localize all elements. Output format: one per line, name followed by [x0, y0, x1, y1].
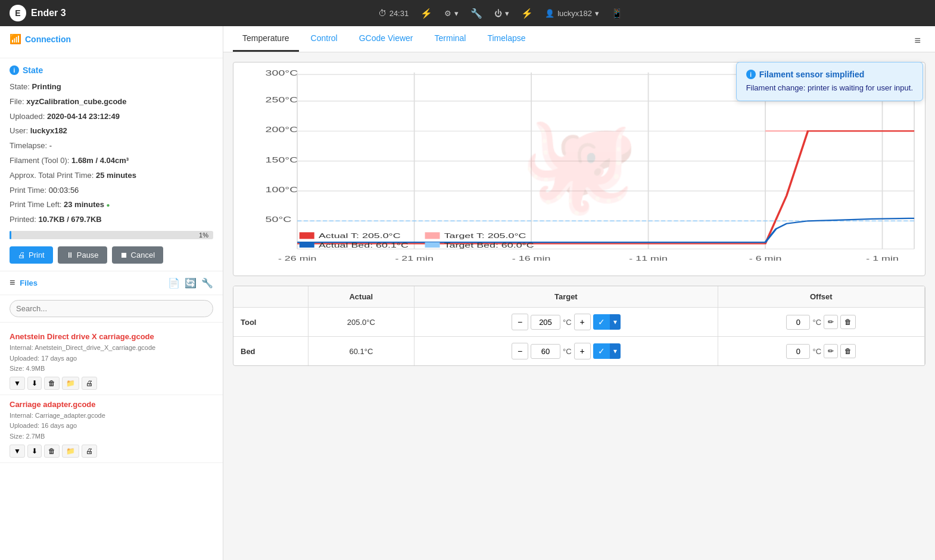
gear-group[interactable]: ⚙ ▾ — [444, 9, 459, 18]
phone-icon[interactable]: 📱 — [611, 8, 623, 19]
print-time-row: Print Time: 00:03:56 — [10, 184, 213, 197]
navbar: E Ender 3 ⏱ 24:31 ⚡ ⚙ ▾ 🔧 ⏻ ▾ ⚡ 👤 luckyx… — [0, 0, 935, 26]
bed-dropdown-button[interactable]: ▾ — [610, 343, 621, 359]
stop-icon: ⏹ — [120, 251, 128, 259]
tool-confirm-button[interactable]: ✓ — [593, 314, 610, 330]
col-header-offset: Offset — [718, 286, 924, 308]
bed-offset-control: °C ✏ 🗑 — [725, 344, 917, 359]
connection-section: 📶 Connection — [0, 26, 223, 58]
bed-offset-edit[interactable]: ✏ — [824, 344, 838, 358]
progress-bar-text: 1% — [199, 231, 208, 239]
tool-row: Tool 205.0°C − °C + ✓ ▾ — [233, 308, 925, 337]
notification-body: Filament change: printer is waiting for … — [746, 83, 913, 93]
file-name[interactable]: Carriage adapter.gcode — [10, 400, 213, 409]
file-download-btn[interactable]: ▼ — [10, 445, 25, 458]
file-name[interactable]: Anetstein Direct drive X carriage.gcode — [10, 332, 213, 341]
tool-offset-control: °C ✏ 🗑 — [725, 315, 917, 330]
tool-temp-input[interactable] — [531, 315, 560, 330]
search-input[interactable] — [10, 300, 213, 317]
svg-text:Actual T: 205.0°C: Actual T: 205.0°C — [319, 233, 401, 240]
col-header-label — [233, 286, 308, 308]
file-print-btn[interactable]: 🖨 — [82, 445, 97, 458]
file-delete-btn[interactable]: 🗑 — [44, 445, 60, 458]
notification-title: i Filament sensor simplified — [746, 70, 913, 79]
settings-button[interactable]: 🔧 — [201, 277, 213, 289]
cancel-button[interactable]: ⏹ Cancel — [112, 246, 163, 264]
print-time-left-row: Print Time Left: 23 minutes ● — [10, 199, 213, 211]
temp-table-container: Actual Target Offset Tool 205.0°C − — [233, 286, 925, 366]
svg-rect-26 — [300, 232, 314, 239]
search-container — [0, 295, 223, 323]
tool-temp-unit: °C — [563, 318, 572, 327]
tool-dropdown-button[interactable]: ▾ — [610, 314, 621, 330]
tool-temp-increase[interactable]: + — [574, 314, 591, 330]
file-folder-btn[interactable]: 📁 — [62, 377, 79, 390]
tab-gcode-viewer[interactable]: GCode Viewer — [350, 26, 423, 52]
tool-offset-edit[interactable]: ✏ — [824, 315, 838, 329]
svg-text:- 6 min: - 6 min — [749, 255, 782, 262]
progress-bar-fill — [10, 231, 11, 239]
svg-text:Target Bed: 60.0°C: Target Bed: 60.0°C — [444, 242, 534, 249]
file-row: File: xyzCalibration_cube.gcode — [10, 96, 213, 108]
user-group[interactable]: 👤 luckyx182 ▾ — [545, 9, 599, 18]
file-save-btn[interactable]: ⬇ — [27, 377, 42, 390]
power-icon[interactable]: ⚡ — [420, 8, 432, 19]
files-list-icon: ≡ — [10, 277, 15, 288]
notification-info-icon: i — [746, 70, 756, 79]
col-header-target: Target — [414, 286, 718, 308]
connection-title: 📶 Connection — [10, 33, 213, 45]
tool-offset-input[interactable] — [786, 315, 810, 330]
tab-menu-button[interactable]: ≡ — [909, 30, 925, 52]
approx-row: Approx. Total Print Time: 25 minutes — [10, 170, 213, 182]
print-button[interactable]: 🖨 Print — [10, 246, 53, 264]
brand-icon: E — [10, 5, 26, 21]
file-folder-btn[interactable]: 📁 — [62, 445, 79, 458]
power-group[interactable]: ⏻ ▾ — [494, 9, 509, 18]
svg-text:50°C: 50°C — [266, 215, 292, 224]
file-meta: Internal: Anetstein_Direct_drive_X_carri… — [10, 343, 213, 374]
main-layout: 📶 Connection i State State: Printing Fil… — [0, 26, 935, 560]
bed-confirm-button[interactable]: ✓ — [593, 343, 610, 359]
bed-label: Bed — [233, 337, 308, 366]
svg-text:- 11 min: - 11 min — [629, 255, 667, 262]
temp-table: Actual Target Offset Tool 205.0°C − — [233, 286, 925, 365]
files-section: ≡ Files 📄 🔄 🔧 Anetstein Direct drive X c… — [0, 271, 223, 468]
tab-timelapse[interactable]: Timelapse — [478, 26, 535, 52]
bed-offset-input[interactable] — [786, 344, 810, 359]
flash-icon[interactable]: ⚡ — [521, 8, 533, 19]
tool-confirm-group: ✓ ▾ — [593, 314, 621, 330]
file-delete-btn[interactable]: 🗑 — [44, 377, 60, 390]
filament-row: Filament (Tool 0): 1.68m / 4.04cm³ — [10, 155, 213, 167]
tool-actual: 205.0°C — [308, 308, 414, 337]
bed-temp-decrease[interactable]: − — [512, 343, 528, 359]
tab-terminal[interactable]: Terminal — [425, 26, 476, 52]
tool-temp-decrease[interactable]: − — [512, 314, 528, 330]
state-row: State: Printing — [10, 81, 213, 93]
tool-offset-delete[interactable]: 🗑 — [840, 315, 856, 329]
col-header-actual: Actual — [308, 286, 414, 308]
svg-rect-30 — [300, 242, 314, 248]
pause-icon: ⏸ — [66, 251, 74, 259]
pause-button[interactable]: ⏸ Pause — [58, 246, 107, 264]
bed-temp-increase[interactable]: + — [574, 343, 591, 359]
navbar-center: ⏱ 24:31 ⚡ ⚙ ▾ 🔧 ⏻ ▾ ⚡ 👤 luckyx182 ▾ 📱 — [76, 8, 925, 19]
wrench-icon[interactable]: 🔧 — [470, 8, 482, 19]
tab-control[interactable]: Control — [301, 26, 347, 52]
refresh-button[interactable]: 🔄 — [185, 277, 197, 289]
clock-icon: ⏱ — [378, 8, 387, 18]
state-info: State: Printing File: xyzCalibration_cub… — [10, 81, 213, 239]
svg-rect-28 — [425, 232, 440, 239]
bed-temp-input[interactable] — [531, 344, 560, 359]
svg-text:- 26 min: - 26 min — [278, 255, 316, 262]
file-print-btn[interactable]: 🖨 — [82, 377, 97, 390]
right-content: i Filament sensor simplified Filament ch… — [223, 26, 935, 560]
bed-offset-delete[interactable]: 🗑 — [840, 344, 856, 358]
tabs-bar: Temperature Control GCode Viewer Termina… — [223, 26, 935, 52]
file-save-btn[interactable]: ⬇ — [27, 445, 42, 458]
list-item: Carriage adapter.gcode Internal: Carriag… — [0, 395, 223, 463]
brand-name: Ender 3 — [31, 8, 66, 18]
new-file-button[interactable]: 📄 — [168, 277, 180, 289]
file-download-btn[interactable]: ▼ — [10, 377, 25, 390]
printed-row: Printed: 10.7KB / 679.7KB — [10, 214, 213, 226]
tab-temperature[interactable]: Temperature — [233, 26, 299, 52]
